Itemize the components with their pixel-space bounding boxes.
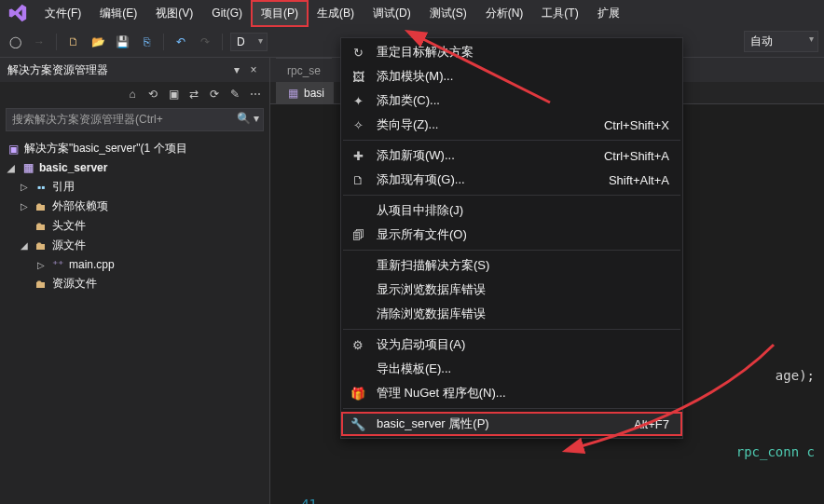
references-label: 引用 xyxy=(52,179,75,195)
menu-debug[interactable]: 调试(D) xyxy=(364,1,420,26)
sidebar-title: 解决方案资源管理器 xyxy=(7,62,228,78)
menubar: 文件(F) 编辑(E) 视图(V) Git(G) 项目(P) 生成(B) 调试(… xyxy=(0,0,824,26)
menu-add-existing-item[interactable]: 🗋 添加现有项(G)... Shift+Alt+A xyxy=(341,168,682,192)
sidebar-close-icon[interactable]: × xyxy=(245,61,262,78)
external-label: 外部依赖项 xyxy=(52,198,108,214)
menu-add-class[interactable]: ✦ 添加类(C)... xyxy=(341,89,682,113)
save-icon[interactable]: 💾 xyxy=(113,33,131,51)
solution-node[interactable]: ▣ 解决方案"basic_server"(1 个项目 xyxy=(0,139,269,158)
wrench-icon: 🔧 xyxy=(349,415,367,432)
menu-edit[interactable]: 编辑(E) xyxy=(90,1,146,26)
folder-icon: 🖿 xyxy=(34,238,48,253)
sources-node[interactable]: ◢ 🖿 源文件 xyxy=(0,236,269,255)
refresh-icon[interactable]: ⟳ xyxy=(206,86,223,102)
folder-icon: 🖿 xyxy=(34,199,48,214)
headers-label: 头文件 xyxy=(52,218,86,234)
config-combo[interactable]: D xyxy=(230,33,268,51)
existing-item-icon: 🗋 xyxy=(349,171,367,188)
tool-icon[interactable]: ⟲ xyxy=(144,86,161,102)
vs-logo-icon xyxy=(7,3,28,23)
caret-icon: ▷ xyxy=(19,201,30,211)
caret-icon: ▷ xyxy=(19,182,30,192)
menu-add-module[interactable]: 🖾 添加模块(M)... xyxy=(341,64,682,89)
code-line-41: 41 xyxy=(289,494,824,504)
menu-separator xyxy=(343,250,680,251)
external-deps-node[interactable]: ▷ 🖿 外部依赖项 xyxy=(0,197,269,216)
project-icon: ▦ xyxy=(21,160,35,175)
sidebar-dropdown-icon[interactable]: ▾ xyxy=(228,61,245,78)
menu-git[interactable]: Git(G) xyxy=(202,2,252,24)
nuget-icon: 🎁 xyxy=(349,385,367,402)
menu-tools[interactable]: 工具(T) xyxy=(532,1,587,26)
project-icon: ▦ xyxy=(285,86,300,101)
main-cpp-node[interactable]: ▷ ⁺⁺ main.cpp xyxy=(0,255,269,274)
folder-icon: 🖿 xyxy=(34,277,48,292)
redo-icon[interactable]: ↷ xyxy=(196,33,214,51)
retarget-icon: ↻ xyxy=(349,44,367,61)
menu-exclude[interactable]: 从项目中排除(J) xyxy=(341,198,682,223)
tab-rpc[interactable]: rpc_se xyxy=(276,58,332,82)
menu-analyze[interactable]: 分析(N) xyxy=(476,1,533,26)
solution-icon: ▣ xyxy=(6,142,21,157)
menu-separator xyxy=(343,140,680,141)
class-icon: ✦ xyxy=(349,92,367,109)
search-icon: 🔍 ▾ xyxy=(237,112,259,125)
subtab-basic[interactable]: ▦ basi xyxy=(276,82,334,103)
menu-separator xyxy=(343,195,680,196)
code-fragment2: rpc_conn c xyxy=(289,442,824,462)
sidebar-toolbar: ⌂ ⟲ ▣ ⇄ ⟳ ✎ ⋯ xyxy=(0,82,269,106)
menu-separator xyxy=(343,329,680,330)
save-all-icon[interactable]: ⎘ xyxy=(137,33,156,51)
headers-node[interactable]: 🖿 头文件 xyxy=(0,216,269,236)
subtab-label: basi xyxy=(304,87,324,100)
menu-test[interactable]: 测试(S) xyxy=(420,1,476,26)
resources-node[interactable]: 🖿 资源文件 xyxy=(0,274,269,293)
caret-icon: ▷ xyxy=(35,260,47,270)
menu-retarget[interactable]: ↻ 重定目标解决方案 xyxy=(341,40,682,64)
sidebar-search-input[interactable]: 搜索解决方案资源管理器(Ctrl+ 🔍 ▾ xyxy=(6,108,264,131)
nav-back-icon[interactable]: ◯ xyxy=(6,33,24,51)
sync-icon[interactable]: ⇄ xyxy=(185,86,202,102)
properties-icon[interactable]: ✎ xyxy=(227,86,243,102)
references-node[interactable]: ▷ ▪▪ 引用 xyxy=(0,177,269,197)
menu-export-template[interactable]: 导出模板(E)... xyxy=(341,357,682,381)
menu-project[interactable]: 项目(P) xyxy=(252,1,308,26)
sidebar-header: 解决方案资源管理器 ▾ × xyxy=(0,58,269,82)
menu-class-wizard[interactable]: ✧ 类向导(Z)... Ctrl+Shift+X xyxy=(341,113,682,137)
module-icon: 🖾 xyxy=(349,68,367,85)
project-node[interactable]: ◢ ▦ basic_server xyxy=(0,158,269,177)
nav-fwd-icon[interactable]: → xyxy=(30,33,48,51)
references-icon: ▪▪ xyxy=(34,180,48,195)
solution-explorer: 解决方案资源管理器 ▾ × ⌂ ⟲ ▣ ⇄ ⟳ ✎ ⋯ 搜索解决方案资源管理器(… xyxy=(0,58,270,504)
menu-rescan[interactable]: 重新扫描解决方案(S) xyxy=(341,253,682,278)
menu-view[interactable]: 视图(V) xyxy=(146,1,202,26)
new-file-icon[interactable]: 🗋 xyxy=(64,33,83,51)
menu-set-startup[interactable]: ⚙ 设为启动项目(A) xyxy=(341,333,682,357)
menu-show-db-errors[interactable]: 显示浏览数据库错误 xyxy=(341,278,682,302)
menu-clear-db-errors[interactable]: 清除浏览数据库错误 xyxy=(341,302,682,326)
collapse-icon[interactable]: ▣ xyxy=(165,86,182,102)
project-label: basic_server xyxy=(39,161,107,174)
menu-nuget[interactable]: 🎁 管理 NuGet 程序包(N)... xyxy=(341,381,682,405)
open-file-icon[interactable]: 📂 xyxy=(89,33,107,51)
menu-separator xyxy=(343,408,680,409)
more-icon[interactable]: ⋯ xyxy=(247,86,264,102)
home-icon[interactable]: ⌂ xyxy=(124,86,141,102)
line-number: 41 xyxy=(289,494,326,504)
new-item-icon: ✚ xyxy=(349,147,367,164)
project-menu: ↻ 重定目标解决方案 🖾 添加模块(M)... ✦ 添加类(C)... ✧ 类向… xyxy=(340,37,683,439)
menu-show-all-files[interactable]: 🗐 显示所有文件(O) xyxy=(341,223,682,247)
solution-tree: ▣ 解决方案"basic_server"(1 个项目 ◢ ▦ basic_ser… xyxy=(0,137,269,295)
menu-file[interactable]: 文件(F) xyxy=(35,1,90,26)
undo-icon[interactable]: ↶ xyxy=(172,33,190,51)
main-cpp-label: main.cpp xyxy=(69,258,115,271)
menu-build[interactable]: 生成(B) xyxy=(308,1,364,26)
folder-icon: 🖿 xyxy=(34,219,48,234)
wizard-icon: ✧ xyxy=(349,116,367,133)
menu-properties[interactable]: 🔧 basic_server 属性(P) Alt+F7 xyxy=(341,412,682,436)
menu-add-new-item[interactable]: ✚ 添加新项(W)... Ctrl+Shift+A xyxy=(341,143,682,168)
platform-combo[interactable]: 自动 xyxy=(744,31,818,52)
solution-label: 解决方案"basic_server"(1 个项目 xyxy=(24,141,187,157)
menu-extensions[interactable]: 扩展 xyxy=(588,1,629,26)
show-all-icon: 🗐 xyxy=(349,226,367,243)
